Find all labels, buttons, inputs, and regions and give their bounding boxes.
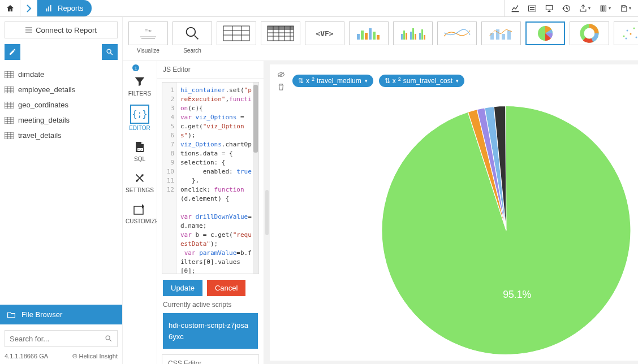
viz-grouped-bar[interactable] [393,21,433,45]
trash-icon[interactable] [275,83,287,92]
svg-rect-34 [415,34,416,40]
table-icon [5,71,14,78]
chart-line-icon[interactable] [507,1,524,16]
svg-text:☰ 👁: ☰ 👁 [145,29,152,33]
svg-rect-15 [5,132,14,139]
hide-icon[interactable] [275,70,287,79]
editor-nav: 1 FILTERS {;} EDITOR SQL SQL SETTINGS [123,61,157,364]
viz-table[interactable] [217,21,256,45]
svg-rect-37 [424,35,425,40]
visualize-tile[interactable]: ☰ 👁 Visualize [128,21,168,54]
viz-vf[interactable]: <VF> [305,21,344,45]
editor-nav-item[interactable]: {;} EDITOR [126,102,154,133]
svg-rect-36 [421,29,423,40]
save-button[interactable]: ▾ [615,1,636,16]
viz-pie[interactable] [525,21,565,45]
svg-rect-38 [490,33,494,40]
svg-rect-29 [401,34,403,40]
version-label: 4.1.1.18666 GA [5,353,48,359]
cache-icon[interactable] [524,1,541,16]
chart-icon [45,5,53,12]
table-icon [5,102,14,109]
pie-slice-label: 95.1% [503,289,531,300]
splitter[interactable] [264,61,270,364]
svg-rect-11 [5,71,14,78]
svg-rect-25 [365,33,368,40]
connect-label: Connect to Report [36,26,97,34]
cancel-button[interactable]: Cancel [207,280,245,296]
sidebar-item-label: meeting_details [18,116,70,124]
svg-rect-9 [623,6,625,7]
home-button[interactable] [0,0,20,16]
search-input-wrap[interactable] [5,330,118,347]
code-editor[interactable]: 123456789101112 hi_container.set("preExe… [162,82,259,274]
svg-point-44 [623,36,625,37]
svg-rect-33 [412,28,414,40]
svg-point-47 [633,28,635,29]
viz-area-bar[interactable] [481,21,521,45]
viz-bar[interactable] [349,21,389,45]
pie-svg: 95.1% [270,93,638,361]
svg-rect-8 [605,6,606,11]
pie-chart[interactable]: 95.1% [270,93,638,361]
sql-nav[interactable]: SQL SQL [126,137,154,164]
customize-nav[interactable]: CUSTOMIZE [126,199,154,227]
svg-rect-1 [48,6,49,11]
copyright-label: © Helical Insight [72,353,118,359]
chips-row: ⇅x2travel_medium▾ ⇅x2sum_travel_cost▾ [270,64,638,93]
sidebar-item-employee-details[interactable]: employee_details [5,82,118,97]
viz-crosstab[interactable] [261,21,300,45]
svg-rect-3 [529,6,536,11]
breadcrumb-reports[interactable]: Reports [37,0,92,16]
connect-to-report-button[interactable]: Connect to Report [5,21,118,38]
topbar-actions: ▾ ▾ ▾ [504,0,638,16]
file-browser-button[interactable]: File Browser [0,305,122,324]
filters-badge: 1 [132,64,139,71]
sidebar-item-dimdate[interactable]: dimdate [5,67,118,82]
svg-point-48 [636,37,637,38]
search-input[interactable] [10,335,105,343]
editor-panel: JS Editor 123456789101112 hi_container.s… [157,61,264,364]
svg-point-55 [136,180,139,182]
search-tile[interactable]: Search [173,21,212,54]
edit-button[interactable] [5,44,20,60]
chip-travel-medium[interactable]: ⇅x2travel_medium▾ [292,75,373,87]
svg-point-16 [106,336,110,340]
svg-point-45 [627,30,628,32]
sidebar-item-label: geo_cordinates [18,101,68,109]
update-button[interactable]: Update [163,280,202,296]
active-script-card[interactable]: hdi-custom-script-z7josa6yxc [163,313,258,349]
svg-rect-23 [357,34,360,40]
filters-nav[interactable]: 1 FILTERS [126,64,154,99]
svg-rect-7 [603,6,604,11]
svg-rect-20 [223,26,249,41]
settings-nav[interactable]: SETTINGS [126,168,154,196]
code-content[interactable]: hi_container.set("preExecution",function… [177,83,253,274]
svg-point-56 [141,175,144,177]
history-icon[interactable] [558,1,575,16]
svg-rect-30 [403,31,405,40]
js-editor-title: JS Editor [157,61,264,79]
sidebar-item-label: travel_details [18,131,62,140]
svg-rect-57 [134,206,143,214]
search-button[interactable] [102,44,118,60]
chip-sum-travel-cost[interactable]: ⇅x2sum_travel_cost▾ [379,75,464,87]
svg-point-10 [107,49,111,53]
code-scrollbar[interactable] [253,83,258,274]
file-browser-label: File Browser [21,310,62,319]
viz-scatter[interactable] [614,21,638,45]
svg-rect-40 [502,34,505,40]
svg-rect-26 [369,28,372,40]
columns-button[interactable]: ▾ [595,1,615,16]
viz-donut[interactable] [570,21,609,45]
sidebar-item-geo-cordinates[interactable]: geo_cordinates [5,97,118,112]
sidebar-item-meeting-details[interactable]: meeting_details [5,112,118,128]
export-button[interactable]: ▾ [575,1,595,16]
breadcrumb-reports-label: Reports [58,4,84,12]
viz-line[interactable] [437,21,477,45]
presentation-icon[interactable] [541,1,558,16]
sidebar-item-travel-details[interactable]: travel_details [5,128,118,143]
table-icon [5,86,14,93]
code-gutter: 123456789101112 [162,83,177,274]
sidebar-item-label: employee_details [18,85,75,94]
